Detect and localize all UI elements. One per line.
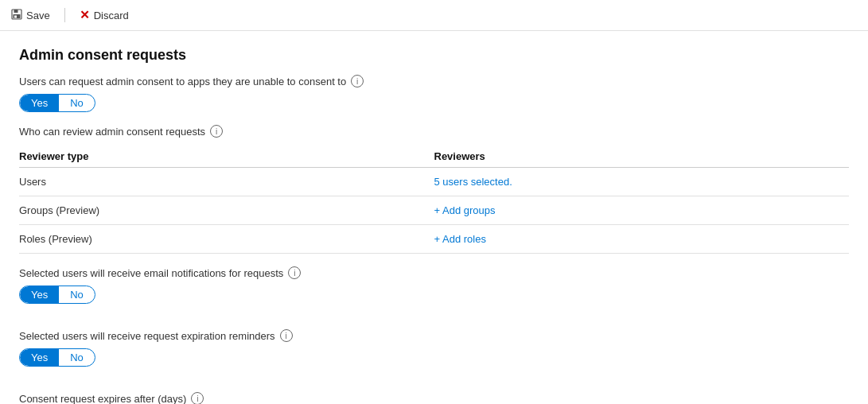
who-review-info-icon[interactable]: i bbox=[210, 125, 223, 138]
consent-days-label-text: Consent request expires after (days) bbox=[19, 393, 186, 405]
discard-icon: ✕ bbox=[80, 8, 90, 22]
save-icon bbox=[11, 9, 22, 22]
expiration-no[interactable]: No bbox=[59, 349, 95, 366]
discard-label: Discard bbox=[94, 10, 129, 21]
email-toggle[interactable]: Yes No bbox=[19, 286, 95, 304]
save-button[interactable]: Save bbox=[10, 6, 52, 25]
expiration-section: Selected users will receive request expi… bbox=[19, 329, 849, 379]
reviewer-type-col-header: Reviewer type bbox=[19, 146, 434, 168]
discard-button[interactable]: ✕ Discard bbox=[78, 5, 130, 25]
toolbar-divider bbox=[64, 8, 65, 22]
email-yes[interactable]: Yes bbox=[20, 286, 59, 303]
expiration-label-text: Selected users will receive request expi… bbox=[19, 330, 275, 342]
email-no[interactable]: No bbox=[59, 286, 95, 303]
expiration-label: Selected users will receive request expi… bbox=[19, 329, 849, 342]
consent-days-label: Consent request expires after (days) i bbox=[19, 392, 849, 404]
user-consent-info-icon[interactable]: i bbox=[351, 75, 364, 87]
table-row: Users 5 users selected. bbox=[19, 168, 849, 196]
reviewer-table: Reviewer type Reviewers Users 5 users se… bbox=[19, 146, 849, 254]
expiration-yes[interactable]: Yes bbox=[20, 349, 59, 366]
add-roles-button[interactable]: + Add roles bbox=[434, 233, 486, 245]
email-section: Selected users will receive email notifi… bbox=[19, 266, 849, 317]
users-selected-link[interactable]: 5 users selected. bbox=[434, 176, 512, 188]
email-notif-label: Selected users will receive email notifi… bbox=[19, 266, 849, 279]
user-consent-toggle[interactable]: Yes No bbox=[19, 94, 95, 112]
who-review-label: Who can review admin consent requests i bbox=[19, 125, 849, 138]
user-consent-section-label: Users can request admin consent to apps … bbox=[19, 75, 849, 87]
svg-rect-1 bbox=[14, 10, 18, 13]
consent-days-info-icon[interactable]: i bbox=[191, 392, 204, 404]
row-groups-reviewers: + Add groups bbox=[434, 196, 850, 225]
row-roles-type: Roles (Preview) bbox=[19, 225, 434, 254]
svg-rect-3 bbox=[14, 15, 17, 17]
expiration-info-icon[interactable]: i bbox=[280, 329, 293, 342]
row-users-type: Users bbox=[19, 168, 434, 196]
consent-days-section: Consent request expires after (days) i 3… bbox=[19, 392, 849, 404]
user-consent-label-text: Users can request admin consent to apps … bbox=[19, 76, 346, 87]
save-label: Save bbox=[26, 10, 50, 21]
row-users-reviewers: 5 users selected. bbox=[434, 168, 850, 196]
user-consent-yes[interactable]: Yes bbox=[20, 95, 59, 111]
expiration-toggle[interactable]: Yes No bbox=[19, 348, 95, 367]
email-notif-info-icon[interactable]: i bbox=[288, 266, 301, 279]
user-consent-no[interactable]: No bbox=[59, 95, 95, 111]
row-groups-type: Groups (Preview) bbox=[19, 196, 434, 225]
toolbar: Save ✕ Discard bbox=[0, 0, 868, 31]
main-content: Admin consent requests Users can request… bbox=[0, 31, 868, 404]
page-title: Admin consent requests bbox=[19, 47, 849, 64]
table-row: Groups (Preview) + Add groups bbox=[19, 196, 849, 225]
reviewers-col-header: Reviewers bbox=[434, 146, 850, 168]
row-roles-reviewers: + Add roles bbox=[434, 225, 850, 254]
who-review-label-text: Who can review admin consent requests bbox=[19, 126, 205, 138]
table-row: Roles (Preview) + Add roles bbox=[19, 225, 849, 254]
add-groups-button[interactable]: + Add groups bbox=[434, 204, 496, 216]
email-notif-label-text: Selected users will receive email notifi… bbox=[19, 267, 283, 279]
